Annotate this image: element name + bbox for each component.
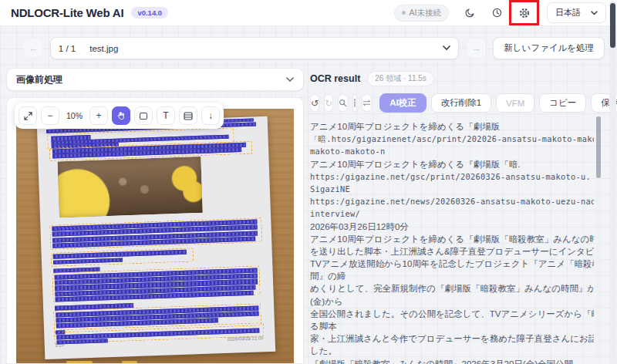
search-button[interactable] bbox=[338, 94, 348, 112]
file-name: test.jpg bbox=[89, 44, 118, 53]
dark-mode-button[interactable] bbox=[460, 3, 480, 23]
ocr-text-highlight bbox=[57, 339, 108, 344]
preprocess-panel-header[interactable]: 画像前処理 bbox=[6, 68, 304, 91]
desk-reflection bbox=[66, 361, 93, 363]
file-select[interactable]: 1 / 1 test.jpg bbox=[50, 37, 460, 59]
layout-rows-button[interactable] bbox=[179, 106, 197, 125]
ocr-meta-badge: 26 領域 · 11.5s bbox=[367, 71, 434, 86]
search-icon bbox=[339, 99, 347, 107]
ocr-result-header: OCR result 26 領域 · 11.5s bbox=[310, 71, 594, 86]
ocr-text-line: TVアニメ放送開始から10周年を記念したプロジェクト『アニメ「暗殺教室」10周年… bbox=[310, 258, 594, 270]
ocr-text-line: 全国公開されました。その公開を記念して、TVアニメシリーズから『暗殺教室』に携わ bbox=[310, 308, 594, 320]
download-button[interactable]: ↓ bbox=[201, 106, 220, 125]
page-scrollbar[interactable] bbox=[609, 1, 616, 363]
ocr-text-line: る脚本 bbox=[310, 320, 594, 332]
version-badge: v0.14.0 bbox=[131, 7, 168, 19]
ocr-text-line: 「暗.htos/gigazinenet/asc/print/202026-ans… bbox=[310, 133, 594, 145]
moon-icon bbox=[464, 7, 476, 19]
ocr-text-line: 『劇場版「暗殺教室」みんなの時間』2026年3月20日(金)全国公開 bbox=[310, 358, 594, 364]
vfm-button[interactable]: VFM bbox=[496, 93, 534, 113]
ocr-text-line: https:/gigazine.net/news/20260326-ansats… bbox=[310, 195, 594, 207]
ocr-text-line: した。 bbox=[310, 345, 594, 357]
preprocess-panel-title: 画像前処理 bbox=[16, 73, 62, 86]
app-header: NDLOCR-Lite Web AI v0.14.0 AI未接続 bbox=[0, 0, 617, 26]
redo-button[interactable]: ↻ bbox=[324, 94, 333, 112]
history-button[interactable] bbox=[487, 3, 507, 23]
ocr-text-line: アニメ10周年プロジェクトを締めくる『劇場版「暗殺教室」みんなの時間』 bbox=[310, 233, 594, 245]
ocr-result-column: OCR result 26 領域 · 11.5s ↺ ↻ bbox=[310, 68, 594, 364]
redo-icon: ↻ bbox=[325, 98, 332, 109]
ocr-text-line: https:/gigazine.net/gsc/print/20260326-a… bbox=[310, 170, 594, 183]
ocr-text-line: めくりとして、完全新規制作の『劇場版「暗殺教室」みんなの時間』が2026年3月2… bbox=[310, 282, 594, 295]
ai-correct-button[interactable]: AI校正 bbox=[379, 93, 427, 113]
ocr-text-line: アニメ10周年プロジェクトを締めくる『劇場版「暗. bbox=[310, 158, 594, 170]
chevron-down-icon bbox=[286, 77, 294, 83]
ocr-text-line: 2026年03月26日12時0分 bbox=[310, 221, 594, 233]
hand-icon bbox=[116, 111, 126, 120]
settings-button-wrap bbox=[514, 3, 534, 23]
viewer-toolbar: − 10% + T ↓ bbox=[15, 103, 224, 129]
zoom-level-label: 10% bbox=[63, 106, 86, 125]
crop-tool-button[interactable] bbox=[134, 106, 153, 125]
ocr-text-lines[interactable]: アニメ10周年プロジェクトを締めくる「劇場版「暗.htos/gigazinene… bbox=[310, 120, 594, 364]
undo-button[interactable]: ↺ bbox=[310, 94, 319, 112]
gear-icon bbox=[518, 7, 531, 19]
preprocess-column: 画像前処理 − 10% + bbox=[6, 68, 304, 364]
fullscreen-button[interactable] bbox=[19, 106, 37, 125]
arrow-left-icon: ← bbox=[28, 42, 38, 54]
info-icon bbox=[353, 99, 356, 107]
ai-status-label: AI未接続 bbox=[410, 8, 441, 19]
arrow-right-icon: → bbox=[471, 42, 481, 54]
ocr-text-line: SigaziNE bbox=[310, 183, 594, 195]
desk-reflection bbox=[122, 361, 137, 363]
image-viewer-card: − 10% + T ↓ bbox=[6, 97, 304, 364]
zoom-in-button[interactable]: + bbox=[89, 106, 108, 125]
document-photo-figure bbox=[58, 157, 203, 218]
rows-icon bbox=[184, 112, 193, 120]
ai-status-badge: AI未接続 bbox=[394, 5, 449, 22]
undo-icon: ↺ bbox=[311, 98, 319, 109]
chevron-down-icon bbox=[443, 46, 450, 51]
ocr-text-line: 家・上江洲誠さんと今作でプロデューサーを務めた障子直登さんにお話をうかがってきま bbox=[310, 332, 594, 345]
ocr-text-line: アニメ10周年プロジェクトを締めくる「劇場版 bbox=[310, 120, 594, 133]
language-select[interactable]: 日本語 bbox=[547, 2, 606, 23]
file-bar: ← 1 / 1 test.jpg → 新しいファイルを処理 bbox=[23, 37, 605, 59]
ocr-scrollbar[interactable] bbox=[596, 116, 601, 361]
swap-button[interactable] bbox=[362, 94, 372, 112]
document-photo-canvas[interactable]: 1/15 2026/03/29 21:05 bbox=[16, 109, 294, 364]
ocr-text-line: (金)から bbox=[310, 295, 594, 308]
app-root: NDLOCR-Lite Web AI v0.14.0 AI未接続 bbox=[0, 0, 617, 364]
status-dot-icon bbox=[402, 11, 406, 15]
pan-tool-button[interactable] bbox=[112, 106, 130, 125]
remove-linebreak-button[interactable]: 改行削除1 bbox=[431, 93, 491, 113]
text-tool-button[interactable]: T bbox=[157, 106, 175, 125]
settings-button[interactable] bbox=[514, 3, 534, 23]
zoom-out-button[interactable]: − bbox=[41, 106, 59, 125]
next-file-button[interactable]: → bbox=[466, 38, 486, 59]
ocr-text-line: interview/ bbox=[310, 207, 594, 220]
ocr-text-line: 間』の締 bbox=[310, 270, 594, 282]
swap-horizontal-icon bbox=[362, 99, 371, 106]
ocr-text-line: makoto-makoto-n bbox=[310, 145, 594, 157]
ocr-scrollbar-thumb[interactable] bbox=[596, 116, 601, 178]
new-file-button[interactable]: 新しいファイルを処理 bbox=[493, 37, 605, 59]
ocr-result-title: OCR result bbox=[310, 73, 360, 84]
language-value: 日本語 bbox=[555, 7, 581, 19]
ocr-text-line: を送り出した脚本・上江洲誠さん&障子直登プロデューサーにインタビュー bbox=[310, 245, 594, 258]
chevron-down-icon bbox=[591, 11, 598, 15]
file-page-count: 1 / 1 bbox=[59, 44, 76, 53]
prev-file-button[interactable]: ← bbox=[23, 38, 43, 59]
copy-button[interactable]: コピー bbox=[539, 93, 586, 113]
clock-icon bbox=[491, 7, 503, 19]
page-scrollbar-thumb[interactable] bbox=[610, 3, 615, 48]
app-title: NDLOCR-Lite Web AI bbox=[11, 6, 123, 19]
ocr-toolbar: ↺ ↻ AI校正 改行削除1 VFM bbox=[310, 93, 594, 113]
rectangle-icon bbox=[140, 113, 147, 120]
document-paper: 1/15 2026/03/29 21:05 bbox=[37, 116, 275, 359]
info-button[interactable] bbox=[352, 94, 357, 112]
expand-icon bbox=[24, 112, 32, 120]
